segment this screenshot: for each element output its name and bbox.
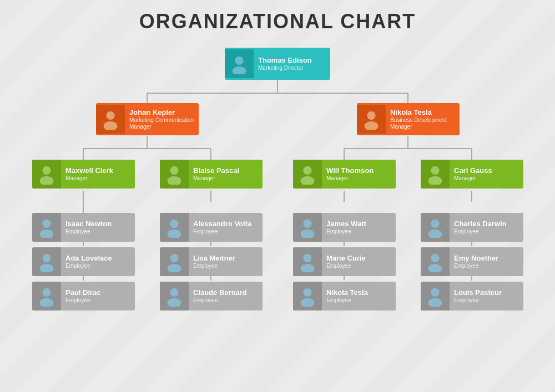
node-blaise-pascal: Blaise Pascal Manager: [160, 160, 263, 189]
svg-point-55: [303, 288, 311, 297]
svg-point-35: [303, 166, 311, 175]
role-ada-lovelace: Employee: [65, 263, 130, 269]
avatar-claude-bernard: [160, 282, 189, 310]
svg-point-49: [170, 288, 178, 297]
svg-point-58: [428, 230, 442, 238]
svg-point-51: [303, 220, 311, 228]
node-thomas-edison: Thomas Edison Marketing Director: [225, 48, 330, 80]
name-james-watt: James Watt: [326, 220, 391, 228]
node-carl-gauss: Carl Gauss Manager: [421, 160, 523, 189]
role-alessandro-volta: Employee: [193, 228, 258, 235]
svg-point-52: [301, 230, 315, 238]
svg-point-50: [168, 298, 181, 307]
avatar-paul-dirac: [32, 282, 61, 310]
role-isaac-newton: Employee: [65, 228, 130, 235]
node-louis-pasteur: Louis Pasteur Employee: [421, 282, 523, 310]
node-claude-bernard: Claude Bernard Employee: [160, 282, 263, 310]
name-thomas-edison: Thomas Edison: [258, 56, 326, 65]
svg-point-46: [168, 230, 181, 238]
name-alessandro-volta: Alessandro Volta: [193, 220, 258, 228]
node-nikola-tesla-emp: Nikola Tesla Employee: [293, 282, 396, 310]
avatar-marie-curie: [293, 247, 322, 276]
svg-point-29: [367, 111, 375, 120]
node-nikola-tesla-mgr: Nikola Tesla Business Development Manage…: [357, 103, 460, 135]
svg-point-28: [104, 121, 118, 130]
avatar-will-thomson: [293, 160, 322, 189]
role-claude-bernard: Employee: [193, 297, 258, 304]
avatar-maxwell-clerk: [32, 160, 61, 189]
svg-point-41: [42, 254, 51, 262]
svg-point-57: [431, 220, 439, 228]
node-maxwell-clerk: Maxwell Clerk Manager: [32, 160, 135, 189]
role-lisa-meitner: Employee: [193, 263, 258, 269]
role-nikola-tesla-mgr: Business Development Manager: [390, 117, 455, 130]
svg-point-44: [40, 298, 54, 307]
avatar-nikola-tesla-mgr: [357, 105, 386, 134]
avatar-isaac-newton: [32, 213, 61, 242]
svg-point-56: [301, 298, 315, 307]
svg-point-59: [431, 254, 439, 262]
name-lisa-meitner: Lisa Meitner: [193, 254, 258, 263]
avatar-nikola-tesla-emp: [293, 282, 322, 310]
svg-point-60: [428, 264, 442, 272]
name-carl-gauss: Carl Gauss: [454, 166, 519, 175]
name-charles-darwin: Charles Darwin: [454, 220, 519, 228]
name-nikola-tesla-emp: Nikola Tesla: [326, 288, 391, 297]
name-louis-pasteur: Louis Pasteur: [454, 288, 519, 297]
name-paul-dirac: Paul Dirac: [65, 288, 130, 297]
name-maxwell-clerk: Maxwell Clerk: [65, 166, 130, 175]
node-isaac-newton: Isaac Newton Employee: [32, 213, 135, 242]
avatar-lisa-meitner: [160, 247, 189, 276]
svg-point-45: [170, 220, 178, 228]
svg-point-34: [168, 176, 181, 185]
role-louis-pasteur: Employee: [454, 297, 519, 304]
node-johan-kepler: Johan Kepler Marketing Communication Man…: [96, 103, 199, 135]
svg-point-27: [106, 111, 114, 120]
name-nikola-tesla-mgr: Nikola Tesla: [390, 108, 455, 117]
role-maxwell-clerk: Manager: [65, 175, 130, 182]
svg-point-33: [170, 166, 178, 175]
role-will-thomson: Manager: [326, 175, 391, 182]
name-ada-lovelace: Ada Lovelace: [65, 254, 130, 263]
node-james-watt: James Watt Employee: [293, 213, 396, 242]
role-james-watt: Employee: [326, 228, 391, 235]
svg-point-31: [42, 166, 51, 175]
svg-point-62: [428, 298, 442, 307]
node-lisa-meitner: Lisa Meitner Employee: [160, 247, 263, 276]
avatar-johan-kepler: [96, 105, 125, 134]
avatar-blaise-pascal: [160, 160, 189, 189]
avatar-alessandro-volta: [160, 213, 189, 242]
svg-point-25: [235, 57, 243, 65]
role-thomas-edison: Marketing Director: [258, 65, 326, 72]
node-ada-lovelace: Ada Lovelace Employee: [32, 247, 135, 276]
role-paul-dirac: Employee: [65, 297, 130, 304]
role-johan-kepler: Marketing Communication Manager: [129, 117, 194, 130]
role-charles-darwin: Employee: [454, 228, 519, 235]
svg-point-61: [431, 288, 439, 297]
node-marie-curie: Marie Curie Employee: [293, 247, 396, 276]
role-carl-gauss: Manager: [454, 175, 519, 182]
avatar-james-watt: [293, 213, 322, 242]
svg-point-37: [431, 166, 439, 175]
node-will-thomson: Will Thomson Manager: [293, 160, 396, 189]
role-marie-curie: Employee: [326, 263, 391, 269]
svg-point-38: [428, 176, 442, 185]
role-emy-noether: Employee: [454, 263, 519, 269]
name-claude-bernard: Claude Bernard: [193, 288, 258, 297]
svg-point-36: [301, 176, 315, 185]
svg-point-47: [170, 254, 178, 262]
svg-point-26: [233, 67, 246, 74]
node-charles-darwin: Charles Darwin Employee: [421, 213, 523, 242]
svg-point-48: [168, 264, 181, 272]
avatar-emy-noether: [421, 247, 450, 276]
role-nikola-tesla-emp: Employee: [326, 297, 391, 304]
svg-point-42: [40, 264, 54, 272]
svg-point-39: [42, 220, 51, 228]
avatar-louis-pasteur: [421, 282, 450, 310]
svg-point-54: [301, 264, 315, 272]
role-blaise-pascal: Manager: [193, 175, 258, 182]
svg-point-43: [42, 288, 51, 297]
name-isaac-newton: Isaac Newton: [65, 220, 130, 228]
name-will-thomson: Will Thomson: [326, 166, 391, 175]
node-emy-noether: Emy Noether Employee: [421, 247, 523, 276]
